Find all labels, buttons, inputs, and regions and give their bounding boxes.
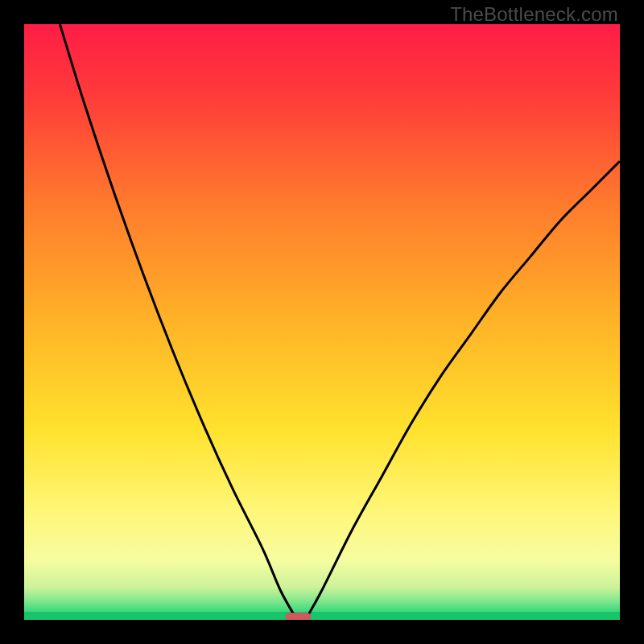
gradient-background [24, 24, 620, 620]
chart-frame: TheBottleneck.com [0, 0, 644, 644]
watermark-text: TheBottleneck.com [450, 3, 618, 26]
chart-svg [24, 24, 620, 620]
green-base-strip [24, 612, 620, 620]
plot-area [24, 24, 620, 620]
minimum-marker [285, 613, 311, 620]
